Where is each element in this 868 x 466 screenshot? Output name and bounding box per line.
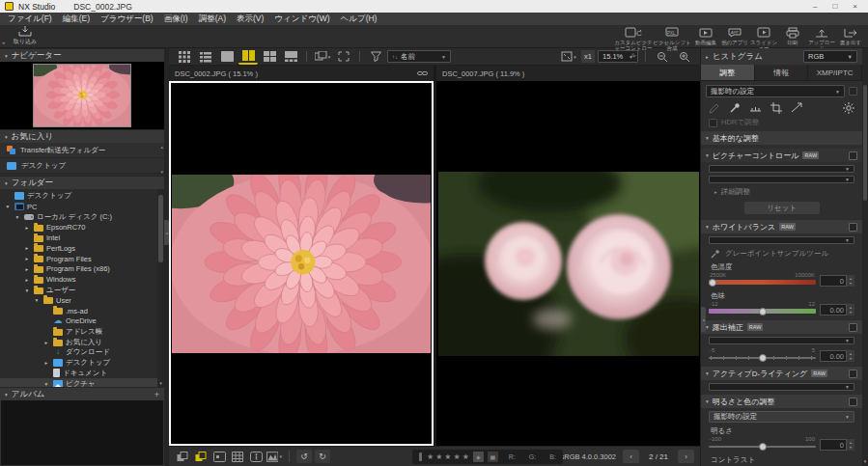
brightness-slider[interactable] — [709, 442, 816, 452]
custom-picture-control-button[interactable]: C カスタムピクチャーコントロール — [614, 25, 653, 47]
spinner-control[interactable]: ▴▾ — [847, 304, 854, 315]
show-histogram-button[interactable]: ▾ — [266, 450, 282, 464]
picture-control-header[interactable]: ▾ ピクチャーコントロール RAW — [701, 149, 862, 162]
slider-thumb[interactable] — [709, 279, 716, 287]
pane2-header[interactable]: DSC_0007.JPG ( 11.9% ) — [436, 66, 700, 81]
pixel-shift-merge-button[interactable]: PXL ピクセルシフト合成 — [653, 25, 691, 47]
detail-adjust-toggle[interactable]: ▸詳細調整 — [714, 187, 862, 197]
fit-to-screen-button[interactable]: ▾ — [559, 49, 578, 65]
tree-item-desktop[interactable]: デスクトップ — [0, 191, 164, 202]
menu-file[interactable]: ファイル(F) — [8, 14, 52, 25]
albums-section-header[interactable]: ▾アルバム+ — [0, 387, 164, 400]
menu-window[interactable]: ウィンドウ(W) — [274, 14, 329, 25]
tint-value[interactable]: 0.00 — [820, 304, 847, 315]
tree-item-user[interactable]: ▾User — [0, 295, 164, 306]
star-icon[interactable]: ★ — [427, 452, 434, 461]
close-button[interactable]: × — [853, 2, 857, 11]
tab-xmp-iptc[interactable]: XMP/IPTC — [808, 65, 862, 80]
temperature-value[interactable]: 0 — [820, 275, 847, 287]
menu-help[interactable]: ヘルプ(H) — [341, 14, 378, 25]
white-balance-header[interactable]: ▾ ホワイトバランス RAW — [701, 220, 862, 233]
filter-button[interactable] — [366, 49, 385, 65]
tree-item-program-files[interactable]: ▸Program Files — [0, 254, 164, 264]
favorites-scrollbar[interactable]: ▴▾ — [160, 144, 163, 175]
navigator-section-header[interactable]: ▾ナビゲーター — [0, 48, 164, 62]
adjustment-preset-select[interactable]: 撮影時の設定▼ — [706, 85, 845, 97]
picture-control-select[interactable]: ▼ — [709, 165, 854, 173]
reset-button[interactable]: リセット — [744, 202, 820, 214]
zoom-in-button[interactable] — [675, 49, 694, 65]
sidebar-collapse-handle[interactable]: ◂ — [164, 220, 169, 245]
pane1-selected[interactable] — [169, 81, 434, 446]
brightness-color-header[interactable]: ▾ 明るさと色の調整 — [701, 395, 862, 408]
spinner-control[interactable]: ▴▾ — [847, 275, 854, 287]
tree-item-downloads[interactable]: ↓ダウンロード — [0, 347, 164, 358]
picture-control-sub-select[interactable]: ▼ — [709, 176, 854, 183]
video-edit-button[interactable]: 動画編集 — [691, 25, 720, 47]
tree-item-epsonrc70[interactable]: ▸EpsonRC70 — [0, 222, 164, 233]
expander-icon[interactable]: ▾ — [33, 297, 41, 303]
tree-item-windows[interactable]: ▸Windows — [0, 274, 164, 285]
zoom-out-button[interactable] — [653, 49, 672, 65]
two-image-view-button[interactable] — [238, 49, 258, 65]
star-icon[interactable]: ★ — [435, 452, 442, 461]
brightness-preset-select[interactable]: 撮影時の設定▼ — [709, 411, 854, 423]
expander-icon[interactable]: ▾ — [23, 288, 31, 293]
panel-scrollbar[interactable]: ▾ — [862, 48, 868, 466]
tree-item-users[interactable]: ▾ユーザー — [0, 285, 164, 295]
white-balance-checkbox[interactable] — [849, 223, 857, 232]
previous-image-button[interactable]: ‹ — [623, 450, 639, 463]
expander-icon[interactable]: ▸ — [23, 256, 31, 261]
scrollbar-thumb[interactable] — [158, 195, 163, 262]
scrollbar-thumb[interactable] — [863, 85, 867, 201]
tree-item-desktop-user[interactable]: ▸デスクトップ — [0, 358, 164, 369]
navigator-preview[interactable] — [0, 62, 164, 129]
show-grid-button[interactable] — [230, 450, 245, 464]
menu-view[interactable]: 表示(V) — [237, 14, 264, 25]
hdr-checkbox[interactable] — [709, 119, 717, 127]
tree-item-intel[interactable]: Intel — [0, 233, 164, 243]
import-button[interactable]: 取り込み — [0, 25, 50, 47]
straighten-icon[interactable] — [749, 102, 762, 114]
multi-image-view-button[interactable] — [260, 49, 279, 65]
expander-icon[interactable]: ▸ — [23, 225, 31, 231]
maximize-button[interactable]: □ — [832, 2, 837, 11]
tab-adjust[interactable]: 調整 — [701, 65, 755, 80]
zoom-1to1-button[interactable]: x1 — [581, 50, 595, 63]
tree-item-documents[interactable]: ドキュメント — [0, 369, 164, 379]
histogram-channel-select[interactable]: RGB▼ — [803, 50, 857, 63]
scroll-down-icon[interactable]: ▾ — [157, 380, 164, 386]
star-icon[interactable]: ★ — [454, 452, 461, 461]
sync-display-button[interactable] — [193, 450, 209, 464]
panel-collapse-icon[interactable]: ◂ — [2, 40, 5, 45]
tree-item-perflogs[interactable]: ▸PerfLogs — [0, 243, 164, 254]
expander-icon[interactable]: ▸ — [23, 245, 31, 251]
brightness-color-checkbox[interactable] — [849, 397, 857, 406]
label-toggle[interactable]: ▦ — [488, 452, 498, 462]
filmstrip-view-button[interactable] — [281, 49, 300, 65]
tree-item-onedrive[interactable]: ☁OneDrive — [0, 316, 164, 327]
menu-adjust[interactable]: 調整(A) — [199, 14, 226, 25]
add-album-button[interactable]: + — [154, 390, 159, 399]
exposure-select[interactable]: ▼ — [709, 337, 854, 344]
pane1-header[interactable]: DSC_0002.JPG ( 15.1% ) — [169, 66, 434, 81]
sidebar-divider[interactable]: ◂ — [164, 48, 169, 466]
expander-icon[interactable]: ▸ — [23, 266, 31, 272]
exposure-checkbox[interactable] — [849, 323, 857, 332]
temperature-slider[interactable] — [709, 278, 816, 288]
exposure-value[interactable]: 0.00 — [820, 350, 847, 362]
star-icon[interactable]: ★ — [444, 452, 451, 461]
folder-tree-scrollbar[interactable]: ▾ — [157, 189, 164, 387]
exposure-comp-header[interactable]: ▾ 露出補正 RAW — [701, 320, 862, 334]
other-apps-button[interactable]: APP 他のアプリ — [720, 25, 749, 47]
single-image-view-button[interactable] — [217, 49, 237, 65]
show-frame-button[interactable] — [211, 450, 227, 464]
expander-icon[interactable]: ▾ — [42, 381, 50, 387]
compare-mode-button[interactable]: ▾ — [313, 49, 332, 65]
d-lighting-checkbox[interactable] — [849, 370, 857, 378]
tree-item-local-disk-c[interactable]: ▾ローカル ディスク (C:) — [0, 212, 164, 223]
picture-control-checkbox[interactable] — [849, 151, 857, 160]
preset-checkbox[interactable] — [849, 87, 857, 96]
expander-icon[interactable]: ▸ — [23, 277, 31, 283]
tree-item-pc[interactable]: ▾PC — [0, 202, 164, 212]
